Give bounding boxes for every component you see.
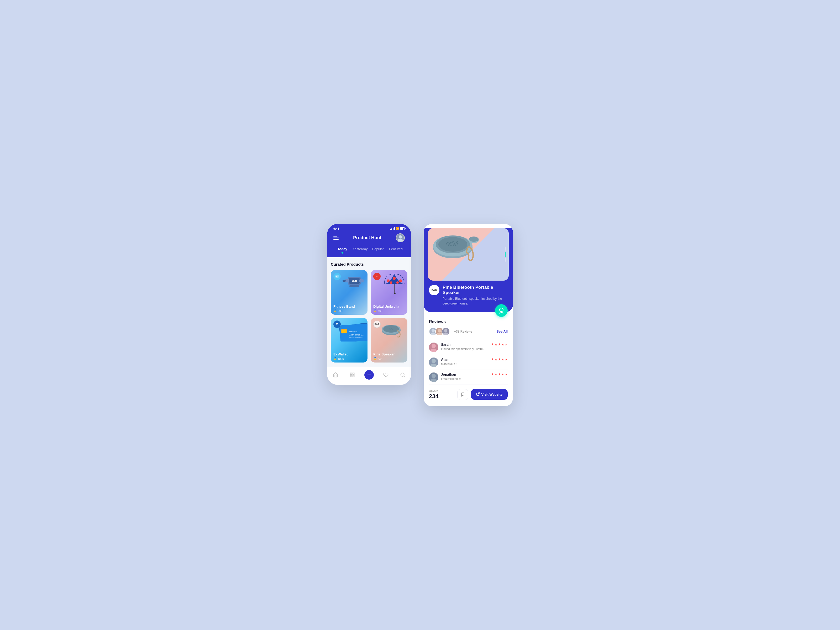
svg-point-31 <box>392 329 393 330</box>
products-grid: 12:45 Fitness Band 🏅 233 <box>331 270 407 367</box>
scroll-dot <box>505 247 505 251</box>
svg-text:Monkey B...: Monkey B... <box>349 331 359 333</box>
visit-website-label: Visit Website <box>482 392 502 396</box>
svg-point-13 <box>399 279 402 282</box>
vote-icon: 🏅 <box>333 309 336 313</box>
svg-rect-10 <box>343 280 346 282</box>
reviewer-avatar-3 <box>442 327 450 336</box>
star-3: ★ <box>498 343 501 346</box>
upvote-label: Upvote <box>429 389 439 392</box>
star-rating-sarah: ★ ★ ★ ★ ★ <box>491 343 508 346</box>
product-card-content-wallet: E- Wallet 🏅 1029 <box>331 350 368 363</box>
review-avatar-jonathan <box>429 373 438 382</box>
svg-point-27 <box>389 328 390 329</box>
reviews-section: Reviews +38 Reviews See All <box>424 312 513 385</box>
heart-nav-icon[interactable] <box>381 370 391 380</box>
hero-image-wrap <box>428 228 509 281</box>
award-badge <box>495 304 508 317</box>
upvote-count: 234 <box>429 393 439 400</box>
star-a4: ★ <box>501 357 504 361</box>
star-j2: ★ <box>494 373 497 376</box>
review-avatar-sarah <box>429 343 438 352</box>
svg-point-12 <box>393 277 396 279</box>
svg-point-43 <box>438 237 467 252</box>
svg-point-48 <box>453 245 455 246</box>
review-item-alan: Alan ★ ★ ★ ★ ★ Marvellous :) <box>429 355 508 370</box>
review-header-jonathan: Jonathan ★ ★ ★ ★ ★ <box>441 373 508 376</box>
tabs-bar: Today Yesterday Popular Featured <box>332 245 406 257</box>
reviews-title: Reviews <box>429 319 508 324</box>
external-link-svg <box>476 392 480 396</box>
phone-body: Curated Products 12:45 <box>327 257 411 367</box>
tab-popular[interactable]: Popular <box>369 245 387 257</box>
user-avatar[interactable] <box>396 234 405 242</box>
svg-rect-32 <box>351 373 352 374</box>
svg-point-65 <box>438 329 441 332</box>
star-rating-jonathan: ★ ★ ★ ★ ★ <box>491 373 508 376</box>
review-text-sarah: I found this speakers very usefull. <box>441 347 508 351</box>
svg-rect-33 <box>353 373 354 374</box>
product-votes-wallet: 🏅 1029 <box>333 357 365 360</box>
svg-text:1234  5b18  9...: 1234 5b18 9... <box>349 333 364 336</box>
bottom-nav <box>327 367 411 385</box>
review-text-jonathan: I really like this! <box>441 377 508 381</box>
reviewer-name-alan: Alan <box>441 357 448 362</box>
section-title: Curated Products <box>331 262 407 267</box>
svg-point-49 <box>456 242 457 243</box>
reviewer-name-jonathan: Jonathan <box>441 373 456 376</box>
svg-point-59 <box>469 237 478 242</box>
star-j4: ★ <box>501 373 504 376</box>
svg-point-14 <box>390 281 392 284</box>
product-info: B&O Pine Bluetooth Portable Speaker Port… <box>424 281 513 306</box>
product-card-content-fitness: Fitness Band 🏅 233 <box>331 302 368 315</box>
bookmark-button[interactable] <box>457 389 468 400</box>
add-nav-button[interactable] <box>364 370 374 380</box>
review-header-alan: Alan ★ ★ ★ ★ ★ <box>441 357 508 362</box>
svg-point-68 <box>444 329 447 332</box>
product-card-fitness[interactable]: 12:45 Fitness Band 🏅 233 <box>331 270 368 315</box>
scroll-dot-active <box>505 252 505 257</box>
product-card-pine-speaker[interactable]: B&O <box>371 318 407 363</box>
vote-icon-3: 🏅 <box>333 357 336 360</box>
product-brand-badge: B&O <box>429 285 439 295</box>
menu-button[interactable] <box>333 236 339 240</box>
svg-point-71 <box>431 344 436 348</box>
pine-speaker-small-image <box>380 323 403 339</box>
review-item-jonathan: Jonathan ★ ★ ★ ★ ★ I really like this! <box>429 370 508 385</box>
time-display: 9:41 <box>333 227 339 230</box>
review-content-alan: Alan ★ ★ ★ ★ ★ Marvellous :) <box>441 357 508 365</box>
award-icon <box>498 307 505 314</box>
star-rating-alan: ★ ★ ★ ★ ★ <box>491 357 508 361</box>
svg-point-62 <box>431 329 435 332</box>
product-votes-umbrella: 🏅 730 <box>373 309 405 313</box>
home-nav-icon[interactable] <box>331 370 340 380</box>
product-card-umbrella[interactable]: H. Digital Umb <box>371 270 407 315</box>
grid-nav-icon[interactable] <box>347 370 357 380</box>
wifi-icon: 📶 <box>396 227 399 230</box>
svg-point-50 <box>448 245 449 246</box>
product-brand-row: B&O Pine Bluetooth Portable Speaker Port… <box>429 285 508 306</box>
tab-featured[interactable]: Featured <box>387 245 405 257</box>
tab-today[interactable]: Today <box>333 245 351 257</box>
search-nav-icon[interactable] <box>398 370 407 380</box>
see-all-button[interactable]: See All <box>496 330 508 333</box>
review-content-sarah: Sarah ★ ★ ★ ★ ★ I found this speakers ve… <box>441 343 508 351</box>
svg-point-3 <box>335 275 339 278</box>
brand-badge-speaker: B&O <box>373 321 381 328</box>
reviewers-row: +38 Reviews See All <box>429 327 508 336</box>
product-card-wallet[interactable]: M 1234 5b18 9... MR. ANONYMOUS Monkey B.… <box>331 318 368 363</box>
star-j3: ★ <box>498 373 501 376</box>
star-4: ★ <box>501 343 504 346</box>
visit-website-button[interactable]: Visit Website <box>471 389 508 400</box>
svg-point-52 <box>447 242 448 243</box>
svg-rect-8 <box>359 279 363 283</box>
svg-point-51 <box>446 243 448 245</box>
pine-speaker-hero-image <box>428 228 480 270</box>
scroll-dot-2 <box>505 258 505 262</box>
product-name-speaker: Pine Speaker <box>373 352 405 356</box>
review-item-sarah: Sarah ★ ★ ★ ★ ★ I found this speakers ve… <box>429 340 508 355</box>
tab-yesterday[interactable]: Yesterday <box>351 245 369 257</box>
svg-text:12:45: 12:45 <box>352 280 357 282</box>
scroll-indicator <box>505 247 505 262</box>
reviewer-name-sarah: Sarah <box>441 343 450 346</box>
